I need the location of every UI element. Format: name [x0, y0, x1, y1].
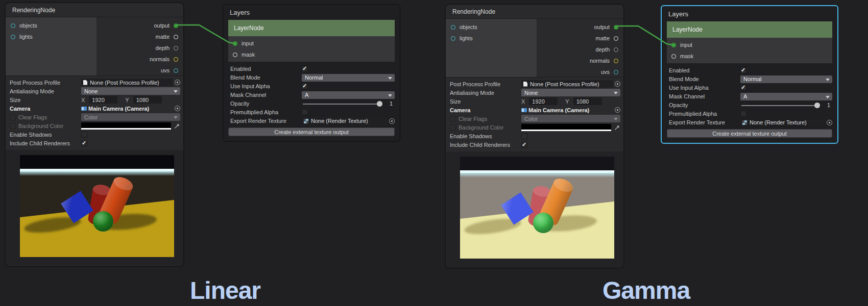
port-circle-lights[interactable]: [11, 35, 15, 39]
port-circle-uvs[interactable]: [174, 68, 178, 73]
port-circle-objects[interactable]: [11, 23, 15, 28]
port-circle-mask[interactable]: [233, 53, 237, 57]
antialiasing-dropdown[interactable]: None: [521, 89, 620, 96]
opacity-value[interactable]: 1: [827, 102, 832, 108]
enable-shadows-checkbox[interactable]: [81, 132, 87, 138]
slider-track[interactable]: [741, 105, 817, 106]
create-external-texture-button[interactable]: Create external texture output: [667, 129, 832, 138]
post-process-profile-field[interactable]: None (Post Process Profile): [521, 80, 613, 88]
layer-node-header[interactable]: LayerNode: [667, 21, 832, 38]
premultiplied-alpha-checkbox[interactable]: [740, 111, 746, 117]
mask-channel-dropdown[interactable]: A: [740, 93, 832, 100]
object-picker-icon[interactable]: [175, 106, 180, 111]
port-circle-mask[interactable]: [671, 54, 676, 59]
opacity-slider[interactable]: [302, 100, 388, 108]
blend-mode-dropdown[interactable]: Normal: [302, 74, 395, 82]
property-label: Background Color: [18, 123, 63, 129]
port-circle-normals[interactable]: [614, 59, 618, 63]
port-normals[interactable]: normals: [537, 55, 623, 66]
port-output[interactable]: output: [537, 21, 623, 33]
object-picker-icon[interactable]: [615, 81, 620, 87]
camera-field[interactable]: Main Camera (Camera): [521, 107, 620, 113]
port-depth[interactable]: depth: [537, 44, 623, 55]
premultiplied-alpha-checkbox[interactable]: [302, 109, 308, 115]
slider-knob[interactable]: [814, 103, 820, 108]
create-external-texture-button[interactable]: Create external texture output: [228, 128, 395, 136]
port-matte[interactable]: matte: [97, 31, 183, 42]
layer-node-header[interactable]: LayerNode: [228, 20, 395, 36]
clear-flags-dropdown[interactable]: Color: [81, 113, 180, 121]
port-lights[interactable]: lights: [6, 31, 97, 42]
port-input[interactable]: input: [228, 38, 395, 49]
use-input-alpha-checkbox[interactable]: [302, 83, 308, 89]
port-mask[interactable]: mask: [228, 49, 395, 60]
port-objects[interactable]: objects: [6, 20, 97, 31]
port-circle-output[interactable]: [174, 23, 178, 28]
port-circle-input[interactable]: [671, 43, 676, 47]
node-title-bar[interactable]: RenderingNode: [6, 3, 183, 17]
post-process-profile-field[interactable]: None (Post Process Profile): [81, 79, 173, 86]
port-uvs[interactable]: uvs: [97, 65, 183, 76]
object-picker-icon[interactable]: [389, 118, 395, 124]
port-circle-uvs[interactable]: [614, 70, 618, 74]
port-normals[interactable]: normals: [97, 54, 183, 65]
render-texture-icon: [304, 119, 308, 123]
port-circle-matte[interactable]: [174, 35, 178, 39]
slider-knob[interactable]: [377, 101, 382, 107]
port-depth[interactable]: depth: [97, 42, 183, 54]
eyedropper-icon[interactable]: [174, 123, 180, 129]
opacity-slider[interactable]: [740, 101, 825, 109]
size-x-field[interactable]: 1920: [89, 96, 117, 104]
row-post-process-profile: Post Process Profile None (Post Process …: [9, 78, 180, 87]
export-render-texture-field[interactable]: None (Render Texture): [302, 117, 387, 125]
antialiasing-dropdown[interactable]: None: [81, 87, 180, 95]
port-input[interactable]: input: [667, 39, 832, 50]
port-uvs[interactable]: uvs: [537, 66, 623, 78]
color-swatch[interactable]: [81, 122, 171, 130]
port-circle-input[interactable]: [233, 41, 237, 46]
include-child-renderers-checkbox[interactable]: [81, 140, 87, 146]
port-matte[interactable]: matte: [537, 33, 623, 44]
export-render-texture-field[interactable]: None (Render Texture): [740, 119, 825, 126]
property-label: Mask Channel: [230, 92, 302, 98]
port-circle-depth[interactable]: [174, 46, 178, 50]
size-y-field[interactable]: 1080: [133, 96, 162, 104]
clear-flags-dropdown[interactable]: Color: [521, 115, 620, 122]
port-circle-lights[interactable]: [451, 36, 455, 41]
port-circle-depth[interactable]: [614, 47, 618, 52]
blend-mode-dropdown[interactable]: Normal: [740, 75, 832, 83]
opacity-value[interactable]: 1: [390, 100, 395, 107]
size-y-field[interactable]: 1080: [573, 97, 602, 105]
property-label: Use Input Alpha: [669, 85, 740, 91]
enable-shadows-checkbox[interactable]: [521, 133, 527, 139]
size-x-field[interactable]: 1920: [529, 97, 558, 105]
port-circle-normals[interactable]: [174, 57, 178, 62]
port-objects[interactable]: objects: [446, 21, 537, 33]
color-swatch[interactable]: [521, 124, 611, 131]
clear-flags-checkbox[interactable]: [10, 114, 16, 120]
port-circle-objects[interactable]: [451, 25, 455, 30]
clear-flags-checkbox[interactable]: [450, 116, 456, 122]
object-picker-icon[interactable]: [175, 80, 180, 85]
object-picker-icon[interactable]: [615, 107, 620, 113]
enabled-checkbox[interactable]: [740, 67, 746, 73]
mask-channel-dropdown[interactable]: A: [302, 91, 395, 99]
use-input-alpha-checkbox[interactable]: [740, 85, 746, 91]
node-ports-section: objects lights output matte depth normal…: [446, 19, 623, 78]
camera-field[interactable]: Main Camera (Camera): [81, 106, 180, 112]
port-circle-matte[interactable]: [614, 36, 618, 41]
port-mask[interactable]: mask: [667, 50, 832, 62]
enabled-checkbox[interactable]: [302, 66, 308, 72]
port-circle-output[interactable]: [614, 25, 618, 30]
background-color-checkbox[interactable]: [450, 124, 456, 131]
node-title-bar[interactable]: RenderingNode: [446, 5, 623, 19]
object-picker-icon[interactable]: [827, 120, 832, 125]
slider-track[interactable]: [303, 104, 379, 105]
eyedropper-icon[interactable]: [614, 124, 620, 131]
layers-panel-right: Layers LayerNode input mask Enabled Blen…: [661, 5, 838, 144]
background-color-checkbox[interactable]: [10, 123, 16, 129]
port-lights[interactable]: lights: [446, 33, 537, 44]
horizon-glow: [460, 173, 614, 177]
port-output[interactable]: output: [97, 20, 183, 31]
include-child-renderers-checkbox[interactable]: [521, 142, 527, 148]
